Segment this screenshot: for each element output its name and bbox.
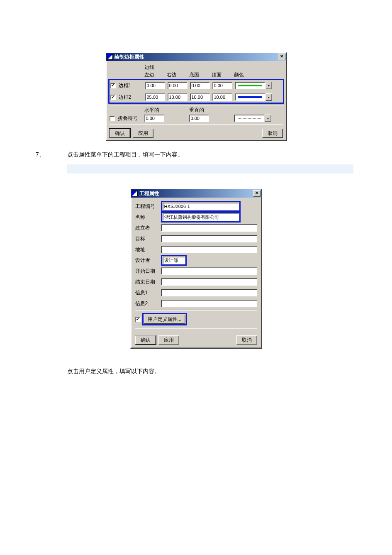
ok-button[interactable]: 确认 [135, 335, 156, 345]
target-label: 目标 [135, 235, 158, 242]
dialog2-title: 工程属性 [139, 190, 159, 197]
border1-right[interactable]: 0.00 [168, 82, 187, 89]
close-icon[interactable]: ✕ [278, 54, 285, 60]
vertical-label: 垂直的 [189, 107, 209, 114]
step-number: 7、 [36, 151, 67, 159]
highlight-designer: 设计部 [161, 255, 187, 266]
border2-left[interactable]: 25.00 [145, 93, 165, 101]
fold-row: 折叠符号 0.00 0.00 ▾ [110, 114, 283, 123]
horizontal-label: 水平的 [144, 107, 164, 114]
creator-field[interactable] [161, 224, 257, 232]
dialog1-titlebar[interactable]: 绘制边框属性 ✕ [106, 53, 286, 61]
cancel-button[interactable]: 取消 [236, 335, 257, 345]
start-date-field[interactable] [161, 267, 257, 275]
start-date-label: 开始日期 [135, 268, 158, 275]
info2-label: 信息2 [135, 300, 158, 307]
col-top: 顶面 [212, 71, 231, 78]
end-date-label: 结束日期 [135, 279, 158, 286]
dialog2-titlebar[interactable]: 工程属性 ✕ [131, 189, 261, 198]
creator-label: 建立者 [135, 225, 158, 232]
paragraph-udp-instruction: 点击用户定义属性，填写以下内容。 [0, 349, 392, 375]
border1-bottom[interactable]: 0.00 [190, 82, 210, 89]
fold-style-swatch[interactable] [234, 115, 264, 122]
designer-label: 设计者 [135, 257, 158, 264]
edges-header: 边线 [144, 64, 283, 71]
border1-row: 边框1 0.00 0.00 0.00 0.00 ▾ [110, 81, 282, 90]
decorative-strip [67, 164, 353, 174]
border2-label: 边框2 [119, 94, 131, 100]
project-properties-dialog: 工程属性 ✕ 工程编号 HXSJ2006-1 名称 浙江杭萧钢构股份有限公司 [130, 188, 262, 349]
highlight-border-rows: 边框1 0.00 0.00 0.00 0.00 ▾ [108, 79, 284, 104]
col-color: 颜色 [234, 71, 271, 78]
border1-color-swatch[interactable] [235, 82, 265, 89]
dropdown-icon[interactable]: ▾ [265, 93, 272, 101]
info2-field[interactable] [161, 300, 257, 307]
cancel-button[interactable]: 取消 [262, 129, 283, 138]
col-bottom: 底面 [189, 71, 209, 78]
step-7-line: 7、 点击属性菜单下的工程项目，填写一下内容。 [0, 141, 392, 159]
draw-border-properties-dialog: 绘制边框属性 ✕ 边线 左边 右边 底面 顶面 颜色 [105, 52, 287, 141]
dropdown-icon[interactable]: ▾ [265, 115, 271, 122]
name-label: 名称 [135, 214, 158, 221]
border2-checkbox[interactable] [110, 95, 116, 100]
col-left: 左边 [144, 71, 164, 78]
border1-checkbox[interactable] [110, 83, 116, 88]
fold-label: 折叠符号 [118, 115, 138, 121]
border2-bottom[interactable]: 10.00 [190, 93, 210, 101]
border1-top[interactable]: 0.00 [212, 82, 232, 89]
designer-field[interactable]: 设计部 [163, 257, 185, 264]
border1-label: 边框1 [119, 83, 131, 88]
highlight-proj-no: HXSJ2006-1 [161, 201, 241, 212]
dialog1-title: 绘制边框属性 [114, 54, 144, 61]
border2-top[interactable]: 10.00 [212, 93, 232, 101]
app-icon [132, 191, 138, 196]
highlight-udp-button: 用户定义属性... [142, 313, 187, 325]
name-field[interactable]: 浙江杭萧钢构股份有限公司 [163, 213, 239, 221]
border1-left[interactable]: 0.00 [145, 82, 165, 89]
end-date-field[interactable] [161, 278, 257, 286]
udp-checkbox[interactable] [135, 317, 141, 322]
target-field[interactable] [161, 235, 257, 242]
border2-right[interactable]: 10.00 [168, 93, 187, 101]
proj-no-label: 工程编号 [135, 203, 158, 210]
apply-button[interactable]: 应用 [133, 129, 153, 138]
step-text: 点击属性菜单下的工程项目，填写一下内容。 [67, 151, 183, 159]
document-page: 绘制边框属性 ✕ 边线 左边 右边 底面 顶面 颜色 [0, 0, 392, 555]
close-icon[interactable]: ✕ [253, 190, 261, 197]
user-defined-props-button[interactable]: 用户定义属性... [144, 315, 185, 324]
highlight-name: 浙江杭萧钢构股份有限公司 [161, 212, 241, 222]
address-label: 地址 [135, 246, 158, 253]
fold-checkbox[interactable] [110, 116, 115, 121]
fold-vertical[interactable]: 0.00 [189, 115, 209, 122]
apply-button[interactable]: 应用 [158, 335, 179, 345]
dropdown-icon[interactable]: ▾ [265, 82, 272, 89]
app-icon [107, 54, 113, 60]
proj-no-field[interactable]: HXSJ2006-1 [163, 203, 239, 210]
border2-color-swatch[interactable] [235, 93, 265, 101]
info1-label: 信息1 [135, 289, 158, 296]
info1-field[interactable] [161, 289, 257, 296]
col-right: 右边 [167, 71, 187, 78]
fold-horizontal[interactable]: 0.00 [144, 115, 164, 122]
border2-row: 边框2 25.00 10.00 10.00 10.00 ▾ [110, 93, 282, 102]
ok-button[interactable]: 确认 [110, 129, 130, 138]
address-field[interactable] [161, 246, 257, 253]
